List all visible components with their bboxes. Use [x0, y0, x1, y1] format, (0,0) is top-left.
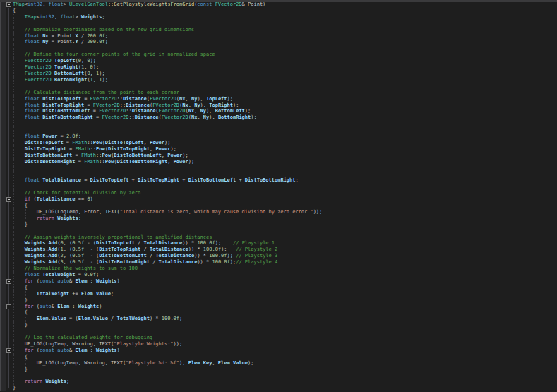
code-line[interactable]: return Weights; — [0, 379, 557, 385]
code-editor[interactable]: TMap<int32, float> ULevelGenTool::GetPla… — [0, 0, 557, 392]
code-line[interactable] — [0, 228, 557, 234]
breakpoint-margin[interactable] — [0, 309, 6, 316]
code-line[interactable]: // Define the four corner points of the … — [0, 52, 557, 58]
code-line[interactable]: { — [0, 309, 557, 316]
code-line[interactable] — [0, 328, 557, 335]
code-line[interactable]: DistToBottomLeft = FMath::Pow(DistToBott… — [0, 153, 557, 159]
breakpoint-margin[interactable] — [0, 196, 6, 203]
code-line[interactable]: Elem.Value = (Elem.Value / TotalWeight) … — [0, 316, 557, 322]
breakpoint-margin[interactable] — [0, 372, 6, 379]
breakpoint-margin[interactable] — [0, 14, 6, 20]
breakpoint-margin[interactable] — [0, 27, 6, 33]
breakpoint-margin[interactable] — [0, 316, 6, 322]
code-line[interactable]: float DistToTopRight = FVector2D::Distan… — [0, 102, 557, 109]
breakpoint-margin[interactable] — [0, 297, 6, 304]
breakpoint-margin[interactable] — [0, 348, 6, 354]
code-line[interactable]: DistToTopLeft = FMath::Pow(DistToTopLeft… — [0, 140, 557, 146]
breakpoint-margin[interactable] — [0, 177, 6, 184]
fold-collapse-icon[interactable] — [6, 197, 11, 202]
breakpoint-margin[interactable] — [0, 20, 6, 27]
breakpoint-margin[interactable] — [0, 228, 6, 234]
code-line[interactable]: for (auto& Elem : Weights) — [0, 304, 557, 310]
breakpoint-margin[interactable] — [0, 367, 6, 373]
breakpoint-margin[interactable] — [0, 159, 6, 165]
code-line[interactable] — [0, 20, 557, 27]
code-line[interactable]: return Weights; — [0, 215, 557, 222]
code-line[interactable]: float Nx = Point.X / 200.0f; — [0, 33, 557, 40]
code-line[interactable] — [0, 127, 557, 133]
code-line[interactable]: float TotalWeight = 0.0f; — [0, 272, 557, 278]
code-line[interactable]: TotalWeight += Elem.Value; — [0, 291, 557, 297]
breakpoint-margin[interactable] — [0, 240, 6, 247]
code-line[interactable]: float DistToBottomRight = FVector2D::Dis… — [0, 114, 557, 121]
breakpoint-margin[interactable] — [0, 385, 6, 391]
code-line[interactable]: Weights.Add(3, (0.5f - (DistToBottomRigh… — [0, 259, 557, 266]
code-line[interactable]: float Power = 2.0f; — [0, 133, 557, 140]
breakpoint-margin[interactable] — [0, 102, 6, 109]
fold-collapse-icon[interactable] — [6, 279, 11, 284]
breakpoint-margin[interactable] — [0, 127, 6, 133]
code-line[interactable]: Weights.Add(1, (0.5f - (DistToTopRight /… — [0, 247, 557, 253]
code-line[interactable] — [0, 165, 557, 172]
code-line[interactable]: Weights.Add(2, (0.5f - (DistToBottomLeft… — [0, 253, 557, 259]
breakpoint-margin[interactable] — [0, 341, 6, 348]
fold-collapse-icon[interactable] — [6, 348, 11, 353]
breakpoint-margin[interactable] — [0, 209, 6, 215]
code-line[interactable] — [0, 83, 557, 90]
code-line[interactable]: // Check for potential division by zero — [0, 190, 557, 196]
code-line[interactable]: for (const auto& Elem : Weights) — [0, 348, 557, 354]
code-line[interactable] — [0, 121, 557, 127]
breakpoint-margin[interactable] — [0, 108, 6, 114]
breakpoint-margin[interactable] — [0, 247, 6, 253]
breakpoint-margin[interactable] — [0, 278, 6, 285]
breakpoint-margin[interactable] — [0, 90, 6, 96]
code-line[interactable] — [0, 171, 557, 177]
breakpoint-margin[interactable] — [0, 222, 6, 228]
breakpoint-margin[interactable] — [0, 165, 6, 172]
breakpoint-margin[interactable] — [0, 146, 6, 153]
code-line[interactable]: FVector2D TopRight(1, 0); — [0, 64, 557, 71]
breakpoint-margin[interactable] — [0, 322, 6, 328]
breakpoint-margin[interactable] — [0, 33, 6, 40]
fold-collapse-icon[interactable] — [6, 304, 11, 309]
breakpoint-margin[interactable] — [0, 8, 6, 14]
code-line[interactable]: { — [0, 203, 557, 209]
breakpoint-margin[interactable] — [0, 184, 6, 190]
code-line[interactable]: DistToTopRight = FMath::Pow(DistToTopRig… — [0, 146, 557, 153]
code-line[interactable]: DistToBottomRight = FMath::Pow(DistToBot… — [0, 159, 557, 165]
breakpoint-margin[interactable] — [0, 291, 6, 297]
breakpoint-margin[interactable] — [0, 360, 6, 367]
breakpoint-margin[interactable] — [0, 133, 6, 140]
breakpoint-margin[interactable] — [0, 58, 6, 64]
code-line[interactable]: UE_LOG(LogTemp, Warning, TEXT("Playstyle… — [0, 360, 557, 367]
code-line[interactable]: { — [0, 8, 557, 14]
breakpoint-margin[interactable] — [0, 272, 6, 278]
breakpoint-margin[interactable] — [0, 96, 6, 102]
code-line[interactable]: } — [0, 222, 557, 228]
code-line[interactable]: // Calculate distances from the point to… — [0, 90, 557, 96]
breakpoint-margin[interactable] — [0, 253, 6, 259]
breakpoint-margin[interactable] — [0, 77, 6, 83]
code-line[interactable]: UE_LOG(LogTemp, Error, TEXT("Total dista… — [0, 209, 557, 215]
code-line[interactable]: UE_LOG(LogTemp, Warning, TEXT("Playstyle… — [0, 341, 557, 348]
breakpoint-margin[interactable] — [0, 259, 6, 266]
breakpoint-margin[interactable] — [0, 335, 6, 341]
code-line[interactable] — [0, 184, 557, 190]
code-line[interactable]: TMap<int32, float> ULevelGenTool::GetPla… — [0, 1, 557, 8]
breakpoint-margin[interactable] — [0, 64, 6, 71]
breakpoint-margin[interactable] — [0, 114, 6, 121]
code-line[interactable]: FVector2D BottomLeft(0, 1); — [0, 71, 557, 77]
code-line[interactable]: // Assign weights inversely proportional… — [0, 234, 557, 241]
code-line[interactable]: float DistToTopLeft = FVector2D::Distanc… — [0, 96, 557, 102]
breakpoint-margin[interactable] — [0, 171, 6, 177]
breakpoint-margin[interactable] — [0, 71, 6, 77]
breakpoint-margin[interactable] — [0, 153, 6, 159]
code-line[interactable]: float Ny = Point.Y / 200.0f; — [0, 39, 557, 45]
code-line[interactable] — [0, 45, 557, 52]
code-line[interactable]: for (const auto& Elem : Weights) — [0, 278, 557, 285]
code-line[interactable]: // Log the calculated weights for debugg… — [0, 335, 557, 341]
code-line[interactable]: } — [0, 385, 557, 391]
breakpoint-margin[interactable] — [0, 39, 6, 45]
breakpoint-margin[interactable] — [0, 354, 6, 360]
code-line[interactable]: // Normalize the weights to sum to 100 — [0, 266, 557, 272]
